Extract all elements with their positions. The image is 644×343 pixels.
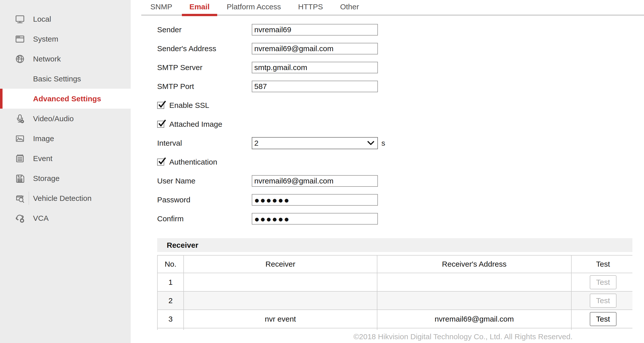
- enable-ssl-checkbox[interactable]: [157, 102, 164, 109]
- confirm-input[interactable]: [252, 213, 378, 225]
- sidebar-item-label: Vehicle Detection: [33, 194, 92, 203]
- column-header-address: Receiver's Address: [377, 255, 571, 273]
- form-row: Sender's Address: [157, 39, 644, 58]
- smtp-port-input[interactable]: [252, 81, 378, 92]
- tab-platform-access[interactable]: Platform Access: [226, 3, 282, 15]
- receiver-section: Receiver No. Receiver Receiver's Address…: [157, 238, 632, 330]
- form-row: Interval 2 s: [157, 134, 644, 152]
- row-address: nvremail69@gmail.com: [377, 310, 571, 328]
- column-header-test: Test: [571, 255, 632, 273]
- test-button-row-1: Test: [590, 275, 617, 289]
- test-button-row-3[interactable]: Test: [590, 312, 617, 326]
- main-content: SNMP Email Platform Access HTTPS Other S…: [131, 0, 644, 343]
- receiver-row-1[interactable]: 1 Test: [157, 273, 632, 291]
- form-row: User Name: [157, 171, 644, 190]
- receiver-row-4-partial: [157, 328, 632, 330]
- row-address: [377, 273, 571, 291]
- sidebar-item-label: Local: [33, 15, 51, 23]
- smtp-server-label: SMTP Server: [157, 63, 252, 72]
- receiver-table: No. Receiver Receiver's Address Test 1 T…: [157, 255, 632, 330]
- password-label: Password: [157, 196, 252, 204]
- event-icon: [14, 153, 25, 164]
- sidebar-item-event[interactable]: Event: [0, 148, 131, 168]
- sidebar-item-local[interactable]: Local: [0, 9, 131, 29]
- sidebar-item-network[interactable]: Network: [0, 49, 131, 69]
- microphone-icon: [14, 113, 25, 124]
- storage-icon: [14, 173, 25, 184]
- row-no: 1: [157, 273, 184, 291]
- column-header-receiver: Receiver: [184, 255, 377, 273]
- senders-address-input[interactable]: [252, 43, 378, 54]
- senders-address-label: Sender's Address: [157, 44, 252, 53]
- vehicle-detection-icon: [14, 193, 25, 204]
- form-row: SMTP Port: [157, 77, 644, 96]
- sidebar-item-storage[interactable]: Storage: [0, 168, 131, 188]
- authentication-checkbox[interactable]: [157, 159, 164, 166]
- sidebar-item-vehicle-detection[interactable]: Vehicle Detection: [0, 188, 131, 208]
- tab-bar: SNMP Email Platform Access HTTPS Other: [141, 0, 644, 16]
- sidebar-nav: Local System Network: [0, 0, 131, 228]
- form-row: Sender: [157, 20, 644, 39]
- interval-unit: s: [381, 139, 385, 147]
- form-row: SMTP Server: [157, 58, 644, 77]
- sidebar-item-vca[interactable]: VCA: [0, 208, 131, 228]
- attached-image-checkbox[interactable]: [157, 121, 164, 128]
- row-receiver: [184, 273, 377, 291]
- sidebar-item-label: VCA: [33, 214, 49, 223]
- row-no: 3: [157, 310, 184, 328]
- sidebar-item-label: Video/Audio: [33, 114, 74, 123]
- authentication-label: Authentication: [169, 158, 217, 166]
- row-receiver: nvr event: [184, 310, 377, 328]
- sidebar-item-label: System: [33, 35, 58, 43]
- image-icon: [14, 133, 25, 144]
- column-header-no: No.: [157, 255, 184, 273]
- divider: [29, 192, 29, 205]
- chevron-down-icon: [367, 141, 374, 145]
- test-button-row-2: Test: [590, 294, 617, 308]
- sidebar-item-label: Image: [33, 134, 54, 143]
- interval-select[interactable]: 2: [252, 137, 378, 149]
- form-row: Authentication: [157, 152, 644, 171]
- form-row: Confirm: [157, 209, 644, 228]
- sidebar-item-advanced-settings[interactable]: Advanced Settings: [0, 89, 131, 109]
- row-no: 2: [157, 291, 184, 310]
- user-name-input[interactable]: [252, 175, 378, 187]
- sidebar-item-label: Event: [33, 154, 52, 163]
- sidebar-item-label: Advanced Settings: [33, 95, 101, 103]
- tab-snmp[interactable]: SNMP: [150, 3, 173, 15]
- password-input[interactable]: [252, 194, 378, 206]
- confirm-label: Confirm: [157, 214, 252, 223]
- sidebar-item-label: Basic Settings: [33, 75, 81, 83]
- receiver-table-wrap: No. Receiver Receiver's Address Test 1 T…: [157, 255, 632, 330]
- sidebar-item-image[interactable]: Image: [0, 129, 131, 148]
- form-row: Attached Image: [157, 115, 644, 134]
- row-receiver: [184, 291, 377, 310]
- smtp-server-input[interactable]: [252, 62, 378, 73]
- sender-input[interactable]: [252, 24, 378, 36]
- system-window-icon: [14, 34, 25, 45]
- row-address: [377, 291, 571, 310]
- globe-icon: [14, 53, 25, 65]
- sidebar: Local System Network: [0, 0, 131, 343]
- tab-other[interactable]: Other: [340, 3, 359, 15]
- copyright-footer: ©2018 Hikvision Digital Technology Co., …: [131, 332, 644, 341]
- attached-image-label: Attached Image: [169, 120, 222, 129]
- sidebar-item-label: Storage: [33, 174, 60, 183]
- email-form: Sender Sender's Address SMTP Server SMTP…: [131, 16, 644, 228]
- receiver-row-3[interactable]: 3 nvr event nvremail69@gmail.com Test: [157, 310, 632, 328]
- interval-value: 2: [254, 139, 259, 147]
- sidebar-item-video-audio[interactable]: Video/Audio: [0, 109, 131, 129]
- enable-ssl-label: Enable SSL: [169, 101, 209, 110]
- sidebar-item-label: Network: [33, 55, 61, 63]
- receiver-row-2[interactable]: 2 Test: [157, 291, 632, 310]
- user-name-label: User Name: [157, 177, 252, 185]
- interval-label: Interval: [157, 139, 252, 147]
- monitor-icon: [14, 14, 25, 25]
- receiver-table-header-row: No. Receiver Receiver's Address Test: [157, 255, 632, 273]
- sidebar-item-basic-settings[interactable]: Basic Settings: [0, 69, 131, 89]
- vca-icon: [14, 213, 25, 224]
- tab-https[interactable]: HTTPS: [298, 3, 323, 15]
- tab-email[interactable]: Email: [189, 3, 210, 15]
- sidebar-item-system[interactable]: System: [0, 29, 131, 49]
- sender-label: Sender: [157, 25, 252, 34]
